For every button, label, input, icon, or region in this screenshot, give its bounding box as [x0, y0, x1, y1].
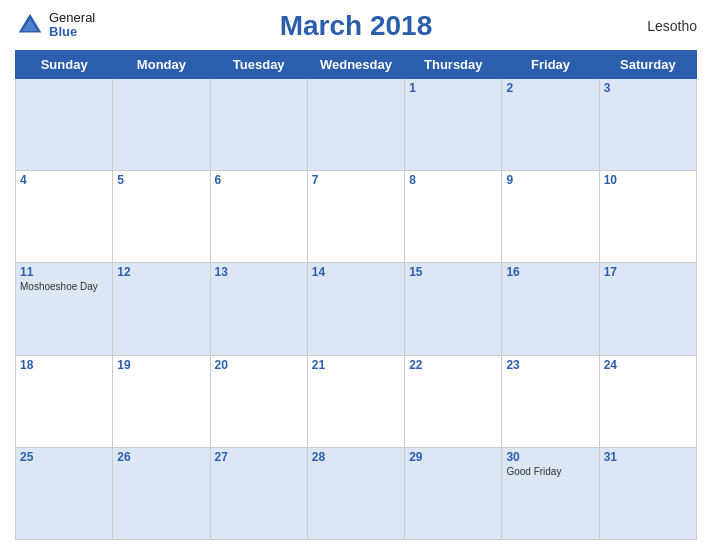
calendar-body: 1234567891011Moshoeshoe Day1213141516171… [16, 79, 697, 540]
calendar-cell: 22 [405, 355, 502, 447]
calendar-header: General Blue March 2018 Lesotho [15, 10, 697, 42]
day-number: 4 [20, 173, 108, 187]
day-number: 10 [604, 173, 692, 187]
day-number: 8 [409, 173, 497, 187]
day-number: 19 [117, 358, 205, 372]
calendar-cell: 3 [599, 79, 696, 171]
day-number: 3 [604, 81, 692, 95]
day-number: 16 [506, 265, 594, 279]
day-number: 9 [506, 173, 594, 187]
calendar-week-row: 123 [16, 79, 697, 171]
header-friday: Friday [502, 51, 599, 79]
calendar-cell: 8 [405, 171, 502, 263]
calendar-cell [210, 79, 307, 171]
logo: General Blue [15, 10, 95, 40]
day-number: 25 [20, 450, 108, 464]
day-number: 18 [20, 358, 108, 372]
calendar-cell: 30Good Friday [502, 447, 599, 539]
calendar-cell: 26 [113, 447, 210, 539]
day-number: 5 [117, 173, 205, 187]
day-number: 26 [117, 450, 205, 464]
calendar-cell: 29 [405, 447, 502, 539]
calendar-cell: 6 [210, 171, 307, 263]
day-number: 22 [409, 358, 497, 372]
calendar-cell: 12 [113, 263, 210, 355]
calendar-week-row: 11Moshoeshoe Day121314151617 [16, 263, 697, 355]
day-number: 2 [506, 81, 594, 95]
calendar-cell: 25 [16, 447, 113, 539]
calendar-cell: 14 [307, 263, 404, 355]
calendar-cell: 11Moshoeshoe Day [16, 263, 113, 355]
day-number: 24 [604, 358, 692, 372]
day-number: 11 [20, 265, 108, 279]
calendar-cell: 1 [405, 79, 502, 171]
calendar-cell: 18 [16, 355, 113, 447]
header-thursday: Thursday [405, 51, 502, 79]
calendar-container: General Blue March 2018 Lesotho Sunday M… [0, 0, 712, 550]
calendar-cell: 21 [307, 355, 404, 447]
calendar-cell: 13 [210, 263, 307, 355]
day-number: 7 [312, 173, 400, 187]
day-number: 30 [506, 450, 594, 464]
day-number: 17 [604, 265, 692, 279]
calendar-cell: 4 [16, 171, 113, 263]
logo-icon [15, 10, 45, 40]
calendar-cell: 24 [599, 355, 696, 447]
calendar-cell [307, 79, 404, 171]
calendar-week-row: 45678910 [16, 171, 697, 263]
calendar-week-row: 18192021222324 [16, 355, 697, 447]
header-sunday: Sunday [16, 51, 113, 79]
holiday-label: Moshoeshoe Day [20, 281, 108, 292]
holiday-label: Good Friday [506, 466, 594, 477]
calendar-cell: 27 [210, 447, 307, 539]
calendar-cell: 2 [502, 79, 599, 171]
day-number: 27 [215, 450, 303, 464]
calendar-cell: 10 [599, 171, 696, 263]
day-number: 28 [312, 450, 400, 464]
calendar-cell: 17 [599, 263, 696, 355]
calendar-cell [16, 79, 113, 171]
calendar-week-row: 252627282930Good Friday31 [16, 447, 697, 539]
calendar-cell: 28 [307, 447, 404, 539]
day-number: 21 [312, 358, 400, 372]
calendar-title: March 2018 [280, 10, 433, 42]
calendar-cell: 7 [307, 171, 404, 263]
day-number: 31 [604, 450, 692, 464]
header-tuesday: Tuesday [210, 51, 307, 79]
days-of-week-row: Sunday Monday Tuesday Wednesday Thursday… [16, 51, 697, 79]
day-number: 13 [215, 265, 303, 279]
day-number: 20 [215, 358, 303, 372]
calendar-cell: 23 [502, 355, 599, 447]
calendar-cell: 15 [405, 263, 502, 355]
calendar-cell: 5 [113, 171, 210, 263]
calendar-cell [113, 79, 210, 171]
header-monday: Monday [113, 51, 210, 79]
country-label: Lesotho [647, 18, 697, 34]
calendar-cell: 16 [502, 263, 599, 355]
day-number: 1 [409, 81, 497, 95]
day-number: 29 [409, 450, 497, 464]
day-number: 15 [409, 265, 497, 279]
day-number: 12 [117, 265, 205, 279]
calendar-cell: 9 [502, 171, 599, 263]
calendar-cell: 20 [210, 355, 307, 447]
day-number: 23 [506, 358, 594, 372]
calendar-table: Sunday Monday Tuesday Wednesday Thursday… [15, 50, 697, 540]
calendar-cell: 19 [113, 355, 210, 447]
day-number: 14 [312, 265, 400, 279]
calendar-cell: 31 [599, 447, 696, 539]
header-saturday: Saturday [599, 51, 696, 79]
header-wednesday: Wednesday [307, 51, 404, 79]
day-number: 6 [215, 173, 303, 187]
logo-text: General Blue [49, 11, 95, 40]
